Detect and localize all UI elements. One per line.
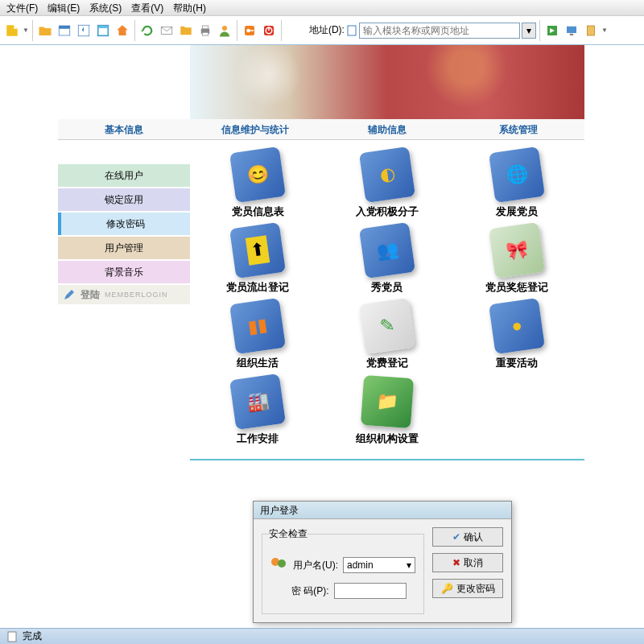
cell-activist[interactable]: ◐入党积极分子 xyxy=(326,150,449,219)
svg-rect-18 xyxy=(567,26,576,32)
svg-rect-12 xyxy=(250,30,254,31)
ok-button[interactable]: ✔确认 xyxy=(432,527,503,547)
cell-orgstruct[interactable]: 📁组织机构设置 xyxy=(326,377,449,446)
pencil-icon xyxy=(63,288,76,301)
sidebar-item-online[interactable]: 在线用户 xyxy=(58,164,190,187)
login-sublabel: MEMBERLOGIN xyxy=(105,291,168,299)
changepw-button[interactable]: 🔑更改密码 xyxy=(432,579,503,598)
svg-point-22 xyxy=(278,559,286,568)
svg-rect-16 xyxy=(348,26,356,35)
refresh-icon[interactable] xyxy=(138,22,156,39)
cell-develop[interactable]: 🌐发展党员 xyxy=(455,150,578,219)
menu-file[interactable]: 文件(F) xyxy=(3,2,41,14)
statusbar: 完成 xyxy=(0,628,644,644)
svg-rect-4 xyxy=(99,28,108,35)
svg-rect-20 xyxy=(587,26,594,35)
sidebar-item-password[interactable]: 修改密码 xyxy=(58,213,190,235)
username-combo[interactable]: admin▾ xyxy=(343,557,415,573)
address-label: 地址(D): xyxy=(309,23,345,37)
menu-system[interactable]: 系统(S) xyxy=(86,2,125,14)
password-label: 密 码(P): xyxy=(291,584,329,598)
sidebar: 在线用户 锁定应用 修改密码 用户管理 背景音乐 登陆 MEMBERLOGIN xyxy=(58,140,190,456)
svg-rect-15 xyxy=(268,27,270,31)
mail-icon[interactable] xyxy=(158,22,175,39)
security-legend: 安全检查 xyxy=(269,527,308,541)
chevron-down-icon[interactable]: ▼ xyxy=(601,27,608,34)
cell-outflow[interactable]: ⬆党员流出登记 xyxy=(196,225,320,295)
cell-excellent[interactable]: 👥秀党员 xyxy=(326,225,449,295)
username-label: 用户名(U): xyxy=(293,559,338,572)
menu-view[interactable]: 查看(V) xyxy=(128,2,167,14)
download-icon[interactable] xyxy=(75,22,93,39)
sidebar-item-music[interactable]: 背景音乐 xyxy=(58,261,190,283)
tab-aux[interactable]: 辅助信息 xyxy=(321,119,453,139)
cell-member-info[interactable]: 😊党员信息表 xyxy=(196,150,320,219)
home-icon[interactable] xyxy=(114,22,131,39)
user-icon[interactable] xyxy=(216,22,233,39)
menu-help[interactable]: 帮助(H) xyxy=(170,2,209,14)
status-text: 完成 xyxy=(23,630,42,643)
menubar: 文件(F) 编辑(E) 系统(S) 查看(V) 帮助(H) xyxy=(0,0,644,16)
divider xyxy=(190,459,584,460)
computer-icon[interactable] xyxy=(563,22,580,39)
cell-fee[interactable]: ✎党费登记 xyxy=(326,301,449,370)
sidebar-item-usermgmt[interactable]: 用户管理 xyxy=(58,237,190,259)
calendar-icon[interactable] xyxy=(56,22,73,39)
address-input[interactable] xyxy=(359,23,520,39)
cell-activity[interactable]: ●重要活动 xyxy=(455,301,578,370)
menu-edit[interactable]: 编辑(E) xyxy=(44,2,83,14)
tab-sysmgmt[interactable]: 系统管理 xyxy=(453,119,585,139)
security-group: 安全检查 用户名(U): admin▾ 密 码(P): xyxy=(262,527,424,614)
power-icon[interactable] xyxy=(260,22,278,39)
login-label: 登陆 xyxy=(80,288,100,302)
users-icon xyxy=(269,555,288,575)
window-icon[interactable] xyxy=(94,22,112,39)
sidebar-item-lock[interactable]: 锁定应用 xyxy=(58,188,190,211)
chevron-down-icon: ▾ xyxy=(407,559,411,571)
doc-icon xyxy=(6,631,18,642)
svg-rect-19 xyxy=(570,33,574,35)
print-icon[interactable] xyxy=(196,22,214,39)
svg-rect-1 xyxy=(59,26,70,29)
svg-point-9 xyxy=(222,26,227,31)
tab-basic[interactable]: 基本信息 xyxy=(58,119,190,139)
content-area: 在线用户 锁定应用 修改密码 用户管理 背景音乐 登陆 MEMBERLOGIN … xyxy=(58,140,584,456)
login-bar[interactable]: 登陆 MEMBERLOGIN xyxy=(58,285,190,304)
dialog-title: 用户登录 xyxy=(254,502,511,519)
key-icon[interactable] xyxy=(241,22,258,39)
new-icon[interactable] xyxy=(3,22,21,39)
svg-rect-23 xyxy=(8,632,16,642)
cancel-button[interactable]: ✖取消 xyxy=(432,553,503,572)
tab-bar: 基本信息 信息维护与统计 辅助信息 系统管理 xyxy=(58,119,584,140)
login-dialog: 用户登录 安全检查 用户名(U): admin▾ 密 码(P): ✔确认 ✖取消… xyxy=(253,501,512,623)
doc-icon xyxy=(346,25,357,36)
password-input[interactable] xyxy=(334,583,407,599)
chevron-down-icon[interactable]: ▼ xyxy=(23,27,29,34)
cell-reward[interactable]: 🎀党员奖惩登记 xyxy=(455,225,578,295)
svg-rect-7 xyxy=(202,26,208,29)
toolbar: ▼ 地址(D): ▾ ▼ xyxy=(0,16,644,45)
tab-maintain[interactable]: 信息维护与统计 xyxy=(190,119,322,139)
address-dropdown-icon[interactable]: ▾ xyxy=(522,23,536,39)
cell-work[interactable]: 🏭工作安排 xyxy=(196,377,320,446)
device-icon[interactable] xyxy=(582,22,600,39)
folder-icon[interactable] xyxy=(177,22,195,39)
folder-open-icon[interactable] xyxy=(36,22,54,39)
banner-image xyxy=(190,45,584,119)
svg-rect-8 xyxy=(202,32,208,35)
cell-orglife[interactable]: ▮▮组织生活 xyxy=(196,301,320,370)
module-grid: 😊党员信息表 ◐入党积极分子 🌐发展党员 ⬆党员流出登记 👥秀党员 🎀党员奖惩登… xyxy=(190,140,584,456)
go-icon[interactable] xyxy=(543,22,561,39)
